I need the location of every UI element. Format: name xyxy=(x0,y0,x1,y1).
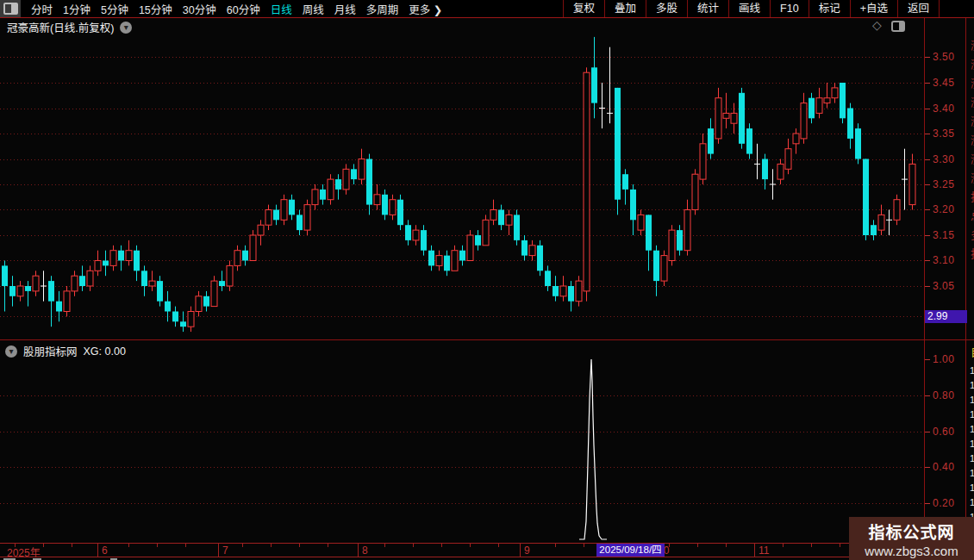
toolbar-action-5[interactable]: F10 xyxy=(770,0,809,17)
watermark-url: www.zbgs3.com xyxy=(849,544,974,558)
year-label: 2025年 xyxy=(7,544,41,559)
indicator-tick-label: 0.20 xyxy=(933,497,954,509)
top-toolbar: 分时1分钟5分钟15分钟30分钟60分钟日线周线月线多周期更多 ❯ 复权叠加多股… xyxy=(0,0,974,18)
month-tick-label: 7 xyxy=(222,544,228,557)
layout-toggle-button[interactable] xyxy=(0,0,21,17)
month-tick-label: 11 xyxy=(759,544,769,557)
month-tick-label: 6 xyxy=(102,544,108,557)
tab-period-4[interactable]: 30分钟 xyxy=(183,1,216,17)
indicator-value: XG: 0.00 xyxy=(84,345,126,358)
date-marker-badge: 2025/09/18/四 xyxy=(596,544,665,557)
indicator-tick-label: 0.40 xyxy=(933,461,954,473)
indicator-header: ▾ 股朋指标网 XG: 0.00 xyxy=(5,343,126,359)
right-strip-header: 自 xyxy=(967,346,974,365)
watermark-title: 指标公式网 xyxy=(849,520,974,543)
price-tick-label: 3.40 xyxy=(933,103,954,115)
tab-period-5[interactable]: 60分钟 xyxy=(227,1,260,17)
indicator-chevron-down-icon[interactable]: ▾ xyxy=(5,345,17,358)
indicator-tick-label: 0.80 xyxy=(933,389,954,401)
toolbar-action-4[interactable]: 画线 xyxy=(728,0,770,17)
watermark-badge: 指标公式网 www.zbgs3.com xyxy=(849,517,974,560)
indicator-tick-label: 0.60 xyxy=(933,426,954,438)
layout-toggle-icon xyxy=(3,3,18,15)
min-price-badge: 2.99 xyxy=(925,310,967,323)
price-tick-label: 3.45 xyxy=(933,77,954,89)
period-tabs: 分时1分钟5分钟15分钟30分钟60分钟日线周线月线多周期更多 ❯ xyxy=(21,1,442,17)
diamond-icon[interactable]: ◇ xyxy=(872,18,882,32)
month-tick-label: 8 xyxy=(362,544,368,557)
candlestick-chart[interactable] xyxy=(0,0,974,560)
toolbar-action-3[interactable]: 统计 xyxy=(687,0,728,17)
tab-period-3[interactable]: 15分钟 xyxy=(139,1,172,17)
symbol-title-row[interactable]: 冠豪高新(日线.前复权) ▾ xyxy=(7,19,132,35)
toolbar-action-7[interactable]: +自选 xyxy=(850,0,897,17)
tab-period-6[interactable]: 日线 xyxy=(271,1,292,17)
price-tick-label: 3.10 xyxy=(933,254,954,266)
tab-period-8[interactable]: 月线 xyxy=(334,1,356,17)
tab-period-2[interactable]: 5分钟 xyxy=(101,1,128,17)
indicator-tick-label: 1.00 xyxy=(933,353,954,365)
price-tick-label: 3.50 xyxy=(933,51,954,63)
chevron-down-icon[interactable]: ▾ xyxy=(120,22,132,34)
right-side-strip[interactable]: 涨涨涨涨涨涨涨涨指总多指 自 1111111111111 xyxy=(967,21,974,560)
toolbar-action-8[interactable]: 返回 xyxy=(897,0,940,17)
toolbar-action-1[interactable]: 叠加 xyxy=(604,0,646,17)
price-tick-label: 3.20 xyxy=(933,203,954,215)
price-tick-label: 3.35 xyxy=(933,128,954,140)
tab-period-1[interactable]: 1分钟 xyxy=(63,1,91,17)
split-window-icon[interactable] xyxy=(891,21,905,32)
tab-period-0[interactable]: 分时 xyxy=(31,1,53,17)
indicator-name: 股朋指标网 xyxy=(23,343,78,359)
toolbar-action-6[interactable]: 标记 xyxy=(809,0,850,17)
price-tick-label: 3.15 xyxy=(933,229,954,241)
price-tick-label: 3.25 xyxy=(933,178,954,190)
toolbar-action-2[interactable]: 多股 xyxy=(646,0,687,17)
right-strip-clipped-text: 涨涨涨涨涨涨涨涨指总多指 xyxy=(967,40,974,267)
month-tick-label: 9 xyxy=(524,544,530,557)
app-window: 分时1分钟5分钟15分钟30分钟60分钟日线周线月线多周期更多 ❯ 复权叠加多股… xyxy=(0,0,974,560)
page-title: 冠豪高新(日线.前复权) xyxy=(7,19,114,35)
price-tick-label: 3.30 xyxy=(933,153,954,165)
price-tick-label: 3.05 xyxy=(933,280,954,292)
toolbar-action-0[interactable]: 复权 xyxy=(563,0,604,17)
toolbar-actions: 复权叠加多股统计画线F10标记+自选返回 xyxy=(563,0,940,17)
tab-period-10[interactable]: 更多 ❯ xyxy=(409,1,442,17)
tab-period-9[interactable]: 多周期 xyxy=(366,1,399,17)
tab-period-7[interactable]: 周线 xyxy=(303,1,324,17)
